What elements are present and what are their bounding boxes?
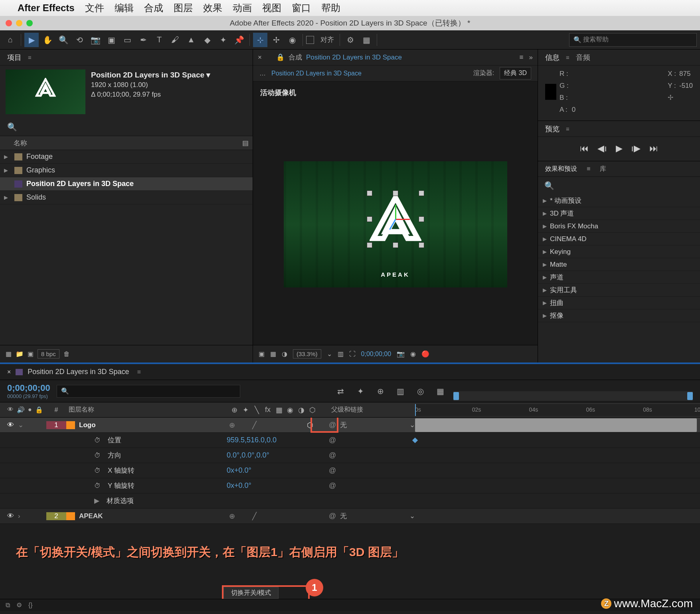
tl-foot-icon1[interactable]: ⧉ xyxy=(6,602,10,609)
library-tab[interactable]: 库 xyxy=(600,165,606,173)
puppet-tool-icon[interactable]: 📌 xyxy=(232,33,246,47)
comp-close-icon[interactable]: × xyxy=(258,53,262,61)
folder-graphics[interactable]: ▶Graphics xyxy=(0,164,253,177)
tl-tool1-icon[interactable]: ⇄ xyxy=(334,384,347,398)
minimize-window-icon[interactable] xyxy=(16,20,22,26)
prop-position[interactable]: ⏱位置 959.5,516.0,0.0 @ xyxy=(0,433,700,448)
home-icon[interactable]: ⌂ xyxy=(3,33,18,47)
eye-icon[interactable]: 👁 xyxy=(7,421,14,429)
selection-bbox[interactable] xyxy=(370,193,421,245)
toolbar-misc2-icon[interactable]: ▦ xyxy=(359,33,374,47)
tl-tool6-icon[interactable]: ▦ xyxy=(433,384,447,398)
fx-keying2[interactable]: ▶抠像 xyxy=(538,309,700,322)
3d-camera-icon[interactable]: ◉ xyxy=(285,33,299,47)
comp-breadcrumb[interactable]: Position 2D Layers in 3D Space xyxy=(271,70,468,77)
tl-timecode[interactable]: 0;00;00;00 xyxy=(7,383,50,393)
zoom-window-icon[interactable] xyxy=(26,20,33,26)
prev-frame-icon[interactable]: ◀ı xyxy=(597,143,607,154)
info-tab[interactable]: 信息 xyxy=(545,53,560,62)
fx-c4d[interactable]: ▶CINEMA 4D xyxy=(538,233,700,246)
panel-menu-icon[interactable]: ≡ xyxy=(520,53,524,61)
preview-tab[interactable]: 预览 xyxy=(545,124,560,134)
fx-keying[interactable]: ▶Keying xyxy=(538,246,700,258)
project-tab[interactable]: 项目 xyxy=(7,53,22,62)
menu-effect[interactable]: 效果 xyxy=(203,2,222,14)
toolbar-misc-icon[interactable]: ⚙ xyxy=(343,33,358,47)
snapshot-icon[interactable]: 📷 xyxy=(397,350,405,358)
tl-close-icon[interactable]: × xyxy=(7,368,11,376)
channel-icon[interactable]: ◉ xyxy=(410,350,416,358)
comp-hdr-name[interactable]: Position 2D Layers in 3D Space xyxy=(306,53,402,61)
prop-xrotation[interactable]: ⏱X 轴旋转 0x+0.0° @ xyxy=(0,463,700,478)
comp-thumbnail[interactable] xyxy=(6,69,85,114)
tl-tool4-icon[interactable]: ▥ xyxy=(394,384,407,398)
menu-composition[interactable]: 合成 xyxy=(144,2,163,14)
active-camera-label[interactable]: 活动摄像机 xyxy=(253,81,538,104)
hand-tool-icon[interactable]: ✋ xyxy=(40,33,55,47)
fx-matte[interactable]: ▶Matte xyxy=(538,258,700,271)
panel-menu-icon[interactable]: ≡ xyxy=(28,54,32,61)
clone-tool-icon[interactable]: ▲ xyxy=(184,33,198,47)
snap-checkbox[interactable] xyxy=(306,36,314,44)
trash-icon[interactable]: 🗑 xyxy=(63,351,70,358)
folder-solids[interactable]: ▶Solids xyxy=(0,191,253,204)
tl-menu-icon[interactable]: ≡ xyxy=(137,368,140,376)
bpc-button[interactable]: 8 bpc xyxy=(38,349,59,358)
region-icon[interactable]: ▣ xyxy=(259,350,265,358)
menu-help[interactable]: 帮助 xyxy=(321,2,340,14)
color-icon[interactable]: 🔴 xyxy=(421,350,429,358)
mask-icon[interactable]: ◑ xyxy=(282,350,287,358)
effects-search[interactable]: 🔍 xyxy=(538,177,700,194)
prop-yrotation[interactable]: ⏱Y 轴旋转 0x+0.0° @ xyxy=(0,478,700,493)
current-time-indicator[interactable] xyxy=(415,404,416,416)
eraser-tool-icon[interactable]: ◆ xyxy=(200,33,214,47)
panbehind-tool-icon[interactable]: ▣ xyxy=(104,33,119,47)
3d-column-icon[interactable]: ⬡ xyxy=(307,406,318,414)
effects-tab[interactable]: 效果和预设 xyxy=(545,165,577,173)
tl-comp-name[interactable]: Position 2D Layers in 3D Space xyxy=(28,368,129,376)
tl-search[interactable]: 🔍 xyxy=(57,385,240,398)
prop-orientation[interactable]: ⏱方向 0.0°,0.0°,0.0° @ xyxy=(0,448,700,463)
brush-tool-icon[interactable]: 🖌 xyxy=(168,33,182,47)
panel-expand-icon[interactable]: » xyxy=(529,53,533,61)
timecode-display[interactable]: 0;00;00;00 xyxy=(361,351,392,358)
col-type-icon[interactable]: ▤ xyxy=(242,139,249,147)
resolution-icon[interactable]: ▥ xyxy=(338,350,344,358)
3d-axis-icon[interactable]: ⊹ xyxy=(253,33,267,47)
new-folder-icon[interactable]: 📁 xyxy=(16,350,24,358)
work-area-start[interactable] xyxy=(453,392,459,400)
app-name[interactable]: After Effects xyxy=(18,2,75,14)
audio-column-icon[interactable]: 🔊 xyxy=(17,406,25,414)
renderer-dropdown[interactable]: 经典 3D xyxy=(500,67,531,79)
last-frame-icon[interactable]: ⏭ xyxy=(649,143,658,154)
close-window-icon[interactable] xyxy=(6,20,12,26)
eye-icon[interactable]: 👁 xyxy=(7,512,14,520)
play-icon[interactable]: ▶ xyxy=(616,143,623,154)
new-comp-icon[interactable]: ▣ xyxy=(28,350,34,358)
tl-foot-icon2[interactable]: ⚙ xyxy=(16,601,22,609)
viewer-canvas[interactable]: APEAK xyxy=(253,104,538,345)
search-help-input[interactable]: 🔍 搜索帮助 xyxy=(569,33,697,47)
menu-animation[interactable]: 动画 xyxy=(233,2,252,14)
rotobrush-tool-icon[interactable]: ✦ xyxy=(216,33,230,47)
selection-tool-icon[interactable]: ▶ xyxy=(24,33,39,47)
col-name-header[interactable]: 名称 xyxy=(14,139,27,148)
audio-tab[interactable]: 音频 xyxy=(576,53,590,62)
prop-material[interactable]: ▶材质选项 xyxy=(0,493,700,509)
next-frame-icon[interactable]: ı▶ xyxy=(631,143,641,154)
layer-2-row[interactable]: 👁› 2 APEAK ⊕╱ @无⌄ xyxy=(0,509,700,524)
fx-distort[interactable]: ▶扭曲 xyxy=(538,297,700,309)
pen-tool-icon[interactable]: ✒ xyxy=(136,33,150,47)
menu-window[interactable]: 窗口 xyxy=(292,2,311,14)
stopwatch-icon[interactable]: ⏱ xyxy=(94,437,101,444)
tl-foot-icon3[interactable]: {} xyxy=(28,602,33,609)
solo-column-icon[interactable]: ● xyxy=(28,406,32,414)
layer-1-row[interactable]: 👁⌄ 1 Logo ⊕╱⬡ @无⌄ xyxy=(0,418,700,433)
work-area-end[interactable] xyxy=(687,392,693,400)
type-tool-icon[interactable]: T xyxy=(152,33,166,47)
fx-utility[interactable]: ▶实用工具 xyxy=(538,284,700,297)
camera-tool-icon[interactable]: 📷 xyxy=(88,33,103,47)
fx-boris[interactable]: ▶Boris FX Mocha xyxy=(538,220,700,233)
grid-icon[interactable]: ▦ xyxy=(270,350,276,358)
interpret-icon[interactable]: ▦ xyxy=(6,350,12,358)
